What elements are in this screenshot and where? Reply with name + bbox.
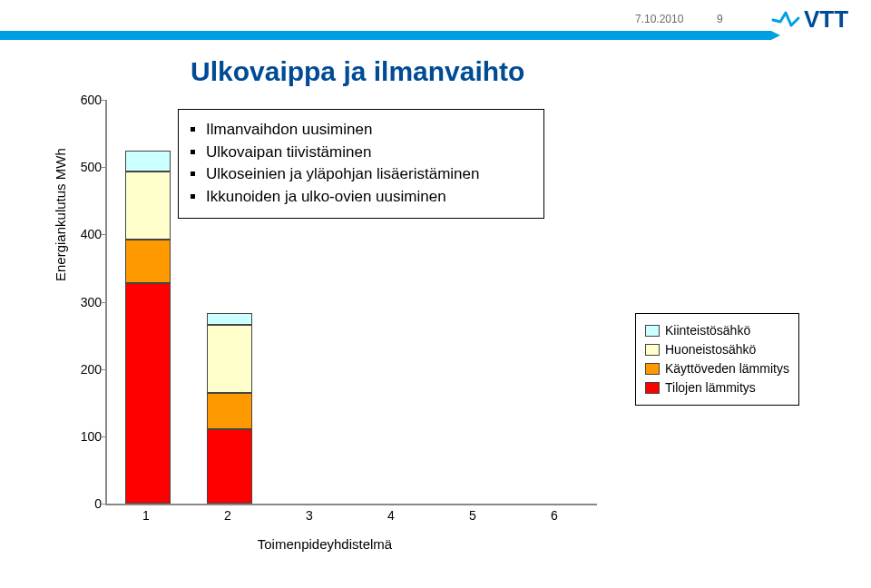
bar-segment-tiloj	[207, 429, 252, 504]
x-tick: 1	[142, 508, 150, 523]
y-tick: 400	[78, 227, 102, 241]
legend-label: Huoneistosähkö	[665, 340, 756, 359]
bullet-item: Ulkovaipan tiivistäminen	[206, 142, 534, 164]
swatch-icon	[645, 382, 660, 394]
vtt-logo: VTT	[771, 4, 858, 36]
bar-segment-huone	[125, 172, 171, 239]
bar-segment-kiint	[125, 151, 171, 172]
legend-item: Kiinteistösähkö	[645, 321, 789, 340]
y-tick: 200	[78, 362, 102, 377]
y-tick: 0	[78, 496, 102, 511]
x-tick: 5	[469, 508, 476, 523]
header-date: 7.10.2010	[635, 13, 683, 25]
slide: 7.10.2010 9 VTT Ulkovaippa ja ilmanvaiht…	[0, 0, 871, 588]
legend-item: Käyttöveden lämmitys	[645, 359, 789, 378]
x-tick: 6	[551, 508, 558, 523]
svg-text:VTT: VTT	[804, 5, 848, 33]
header-accent-bar	[0, 31, 771, 40]
slide-title: Ulkovaippa ja ilmanvaihto	[191, 56, 524, 87]
legend-label: Käyttöveden lämmitys	[665, 359, 789, 378]
bar-segment-kiint	[207, 313, 252, 325]
y-tick: 300	[78, 295, 102, 309]
y-tick: 500	[78, 160, 102, 174]
y-tick: 100	[78, 429, 102, 444]
bullet-list: Ilmanvaihdon uusiminen Ulkovaipan tiivis…	[190, 119, 534, 209]
bar	[207, 313, 252, 504]
bar-segment-kaytt	[207, 393, 252, 430]
bullet-item: Ulkoseinien ja yläpohjan lisäeristäminen	[206, 163, 534, 186]
bar	[125, 151, 171, 504]
legend: Kiinteistösähkö Huoneistosähkö Käyttöved…	[635, 313, 799, 406]
x-tick: 4	[387, 508, 395, 523]
legend-label: Tilojen lämmitys	[665, 378, 756, 397]
bullet-item: Ilmanvaihdon uusiminen	[206, 119, 534, 142]
bullet-box: Ilmanvaihdon uusiminen Ulkovaipan tiivis…	[178, 109, 544, 219]
x-tick: 3	[306, 508, 313, 523]
bar-segment-kaytt	[125, 240, 171, 283]
x-axis-label: Toimenpideyhdistelmä	[34, 536, 615, 552]
x-tick: 2	[224, 508, 231, 523]
legend-item: Tilojen lämmitys	[645, 378, 789, 397]
header-page: 9	[717, 13, 723, 25]
legend-item: Huoneistosähkö	[645, 340, 789, 359]
legend-label: Kiinteistösähkö	[665, 321, 750, 340]
swatch-icon	[645, 325, 660, 337]
bar-segment-huone	[207, 325, 252, 392]
bar-segment-tiloj	[125, 283, 171, 504]
swatch-icon	[645, 363, 660, 375]
y-tick: 600	[78, 93, 102, 107]
swatch-icon	[645, 344, 660, 356]
bullet-item: Ikkunoiden ja ulko-ovien uusiminen	[206, 186, 534, 209]
y-axis-label: Energiankulutus MWh	[53, 148, 68, 281]
